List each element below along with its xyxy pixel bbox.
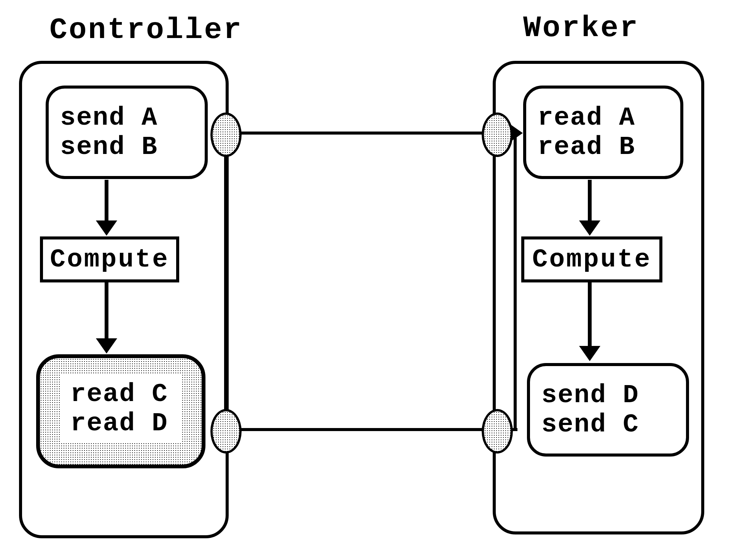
read-B-text: read B [538,132,680,162]
wrk-arrow2-line [588,282,592,349]
bottom-connection-line [230,428,517,431]
diagram-canvas: Controller Worker send A send B Compute … [0,0,756,555]
read-D-text: read D [70,409,181,438]
controller-send-node: send A send B [46,86,208,179]
controller-compute: Compute [40,236,179,282]
wrk-arrow1-head [579,220,600,236]
controller-port-top [210,113,242,157]
worker-read-node: read A read B [523,86,683,179]
ctrl-arrow2-line [105,282,108,341]
wrk-arrow2-head [579,346,600,361]
top-connection-line [221,132,516,135]
send-B-text: send B [60,132,205,162]
worker-port-top [482,113,513,157]
worker-port-bottom [482,409,513,454]
ctrl-arrow1-line [105,180,108,224]
worker-compute: Compute [521,236,662,282]
wrk-arrow1-line [588,180,592,224]
controller-read-inner: read C read D [61,374,181,443]
send-D-text: send D [541,381,686,410]
controller-title: Controller [49,13,243,47]
send-A-text: send A [60,103,205,132]
read-C-text: read C [70,379,181,409]
ctrl-arrow1-head [96,220,117,236]
worker-title: Worker [523,11,639,45]
controller-port-bottom [210,409,242,454]
worker-send-node: send D send C [527,363,689,457]
send-C-text: send C [541,410,686,439]
read-A-text: read A [538,103,680,132]
ctrl-arrow2-head [96,338,117,354]
